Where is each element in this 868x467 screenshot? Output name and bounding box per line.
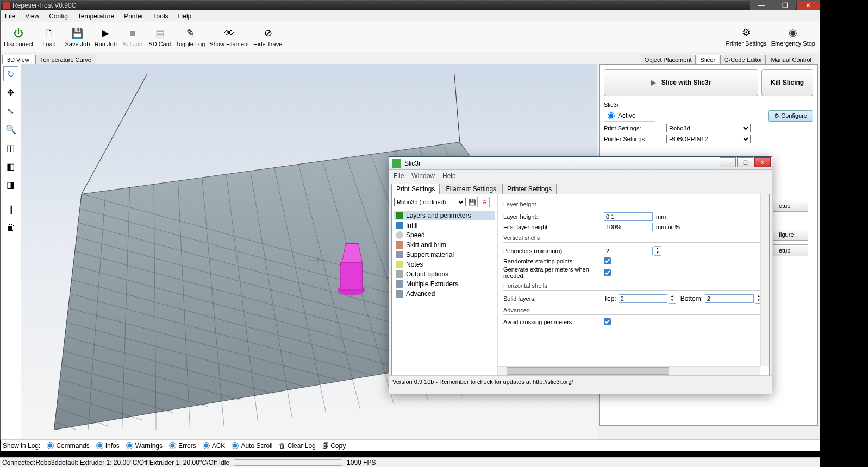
save-job-button[interactable]: 💾Save Job	[63, 23, 92, 51]
log-commands[interactable]: Commands	[47, 442, 89, 450]
delete-preset-button[interactable]: ⊖	[479, 197, 490, 207]
vertical-scrollbar[interactable]	[760, 194, 769, 366]
section-vertical-shells: Vertical shells	[503, 235, 764, 243]
window-controls: — ❐ ✕	[750, 1, 820, 10]
menu-printer[interactable]: Printer	[124, 12, 143, 20]
tree-notes[interactable]: Notes	[394, 260, 495, 269]
maximize-button[interactable]: ❐	[773, 1, 796, 10]
tree-output[interactable]: Output options	[394, 269, 495, 279]
slic3r-maximize-button[interactable]: ☐	[737, 157, 753, 167]
avoid-crossing-checkbox[interactable]	[604, 318, 611, 325]
menu-tools[interactable]: Tools	[153, 12, 168, 20]
extra-perimeters-checkbox[interactable]	[604, 269, 611, 276]
window-title: Repetier-Host V0.90C	[13, 2, 76, 9]
log-warnings[interactable]: Warnings	[126, 442, 163, 450]
peek-setup-button[interactable]: etup	[773, 200, 808, 212]
reset-view-icon[interactable]: ↻	[3, 66, 18, 81]
menu-file[interactable]: File	[5, 12, 15, 20]
front-view-icon[interactable]: ◧	[3, 159, 18, 174]
bottom-layers-input[interactable]	[705, 294, 754, 303]
show-filament-button[interactable]: 👁Show Filament	[207, 23, 251, 51]
tab-filament-settings[interactable]: Filament Settings	[441, 184, 501, 194]
slic3r-close-button[interactable]: ✕	[754, 157, 771, 167]
menu-help[interactable]: Help	[178, 12, 192, 20]
play-icon: ▶	[651, 79, 656, 86]
stop-icon: ■	[126, 27, 139, 40]
run-job-button[interactable]: ▶Run Job	[92, 23, 119, 51]
menu-temperature[interactable]: Temperature	[78, 12, 114, 20]
slic3r-menu-help[interactable]: Help	[442, 172, 456, 180]
slic3r-menu-window[interactable]: Window	[411, 172, 435, 180]
close-button[interactable]: ✕	[797, 1, 820, 10]
save-icon: 💾	[71, 27, 84, 40]
menu-config[interactable]: Config	[49, 12, 68, 20]
slic3r-minimize-button[interactable]: —	[720, 157, 736, 167]
log-errors[interactable]: Errors	[169, 442, 196, 450]
horizontal-scrollbar[interactable]	[498, 366, 760, 375]
copy-log-button[interactable]: 🗐 Copy	[322, 442, 346, 450]
tree-skirt-brim[interactable]: Skirt and brim	[394, 240, 495, 250]
zoom-icon[interactable]: 🔍	[3, 122, 18, 137]
eye-icon: 👁	[223, 27, 236, 40]
side-view-icon[interactable]: ◨	[3, 177, 18, 192]
log-ack[interactable]: ACK	[203, 442, 226, 450]
tab-manual-control[interactable]: Manual Control	[767, 55, 815, 64]
layer-height-input[interactable]	[604, 212, 653, 221]
slice-button[interactable]: ▶Slice with Slic3r	[604, 69, 758, 96]
peek-setup2-button[interactable]: etup	[773, 244, 808, 256]
print-settings-label: Print Settings:	[604, 125, 666, 131]
kill-slicing-button[interactable]: Kill Slicing	[761, 69, 813, 96]
titlebar[interactable]: Repetier-Host V0.90C — ❐ ✕	[1, 1, 820, 10]
top-view-icon[interactable]: ◫	[3, 140, 18, 155]
clear-log-button[interactable]: 🗑 Clear Log	[279, 442, 315, 450]
hide-travel-button[interactable]: ⊘Hide Travel	[251, 23, 286, 51]
top-spinner[interactable]: ▲▼	[669, 294, 676, 304]
printer-settings-button[interactable]: ⚙Printer Settings	[723, 22, 769, 51]
slic3r-menubar: File Window Help	[389, 170, 772, 182]
disconnect-button[interactable]: ⏻Disconnect	[2, 23, 35, 51]
configure-button[interactable]: ⚙ Configure	[768, 110, 813, 122]
tab-printer-settings[interactable]: Printer Settings	[502, 184, 557, 194]
move-viewpoint-icon[interactable]: ⤡	[3, 103, 18, 118]
print-settings-select[interactable]: Robo3d	[666, 124, 751, 132]
tree-support[interactable]: Support material	[394, 250, 495, 260]
tree-advanced[interactable]: Advanced	[394, 289, 495, 299]
slic3r-menu-file[interactable]: File	[394, 172, 404, 180]
sd-card-button[interactable]: ▤SD Card	[146, 23, 173, 51]
printer-settings-select[interactable]: ROBOPRINT2	[666, 135, 751, 143]
perimeters-input[interactable]	[604, 247, 653, 255]
tab-slicer[interactable]: Slicer	[697, 55, 720, 64]
active-radio[interactable]: Active	[604, 110, 655, 122]
emergency-stop-button[interactable]: ◉Emergency Stop	[769, 22, 817, 51]
tree-speed[interactable]: Speed	[394, 230, 495, 240]
tab-temperature-curve[interactable]: Temperature Curve	[35, 55, 96, 64]
file-icon: 🗋	[42, 27, 55, 40]
tab-object-placement[interactable]: Object Placement	[641, 55, 696, 64]
minimize-button[interactable]: —	[750, 1, 773, 10]
tab-gcode-editor[interactable]: G-Code Editor	[720, 55, 766, 64]
first-layer-height-input[interactable]	[604, 223, 653, 231]
preset-select[interactable]: Robo3d (modified)	[394, 198, 466, 206]
pencil-icon: ✎	[184, 27, 197, 40]
load-button[interactable]: 🗋Load	[35, 23, 63, 51]
randomize-checkbox[interactable]	[604, 257, 611, 264]
trash-icon[interactable]: 🗑	[3, 220, 18, 235]
tree-multiple-extruders[interactable]: Multiple Extruders	[394, 279, 495, 289]
log-infos[interactable]: Infos	[96, 442, 120, 450]
parallel-icon[interactable]: ∥	[3, 201, 18, 217]
right-tabs: Object Placement Slicer G-Code Editor Ma…	[639, 52, 816, 64]
move-icon[interactable]: ✥	[3, 85, 18, 100]
tab-3d-view[interactable]: 3D View	[2, 55, 34, 64]
menu-view[interactable]: View	[25, 12, 39, 20]
play-icon: ▶	[99, 27, 112, 40]
tree-layers-perimeters[interactable]: Layers and perimeters	[394, 211, 495, 220]
peek-configure-button[interactable]: figure	[773, 229, 808, 241]
slic3r-titlebar[interactable]: Slic3r — ☐ ✕	[389, 157, 772, 170]
tab-print-settings[interactable]: Print Settings	[391, 184, 440, 194]
save-preset-button[interactable]: 💾	[467, 197, 478, 207]
toggle-log-button[interactable]: ✎Toggle Log	[173, 23, 207, 51]
log-autoscroll[interactable]: Auto Scroll	[232, 442, 272, 450]
tree-infill[interactable]: Infill	[394, 220, 495, 230]
top-layers-input[interactable]	[619, 294, 667, 303]
perimeters-spinner[interactable]: ▲▼	[654, 246, 661, 256]
